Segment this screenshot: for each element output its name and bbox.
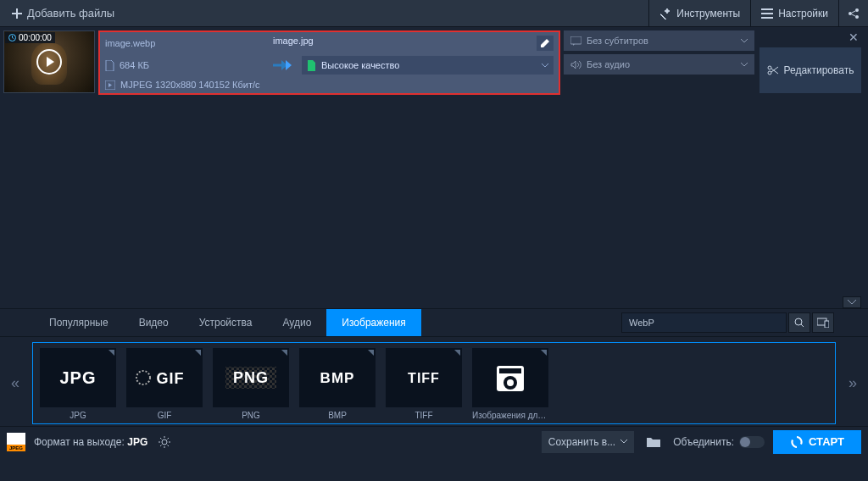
settings-button[interactable]: Настройки: [750, 0, 838, 27]
tools-button[interactable]: Инструменты: [648, 0, 750, 27]
arrow-icon: [273, 59, 295, 71]
svg-rect-5: [570, 36, 581, 44]
format-search-input[interactable]: [621, 312, 787, 333]
chevron-down-icon: [741, 39, 748, 43]
wand-icon: [659, 8, 671, 19]
output-format-icon: JPEG: [7, 433, 25, 451]
tile-label: GIF: [158, 411, 172, 420]
subtitle-dropdown[interactable]: Без субтитров: [564, 30, 754, 51]
duration-badge: 00:00:00: [5, 32, 55, 43]
topbar: Добавить файлы Инструменты Настройки: [0, 0, 868, 27]
duration-text: 00:00:00: [19, 33, 52, 42]
tiles-prev-button[interactable]: «: [5, 343, 25, 424]
format-panel: Популярные Видео Устройства Аудио Изобра…: [0, 308, 868, 426]
tile-label: JPG: [70, 411, 86, 420]
file-icon: [105, 60, 114, 71]
video-icon: [105, 80, 115, 90]
search-button[interactable]: [788, 312, 810, 333]
audio-icon: [570, 60, 581, 69]
audio-dropdown[interactable]: Без аудио: [564, 54, 754, 75]
quality-label: Высокое качество: [321, 60, 399, 70]
chevron-down-icon: [741, 63, 748, 67]
search-icon: [794, 318, 804, 328]
share-button[interactable]: [838, 0, 868, 27]
tab-devices[interactable]: Устройства: [184, 309, 268, 336]
pencil-icon: [540, 38, 550, 48]
format-tabs: Популярные Видео Устройства Аудио Изобра…: [0, 308, 868, 337]
clock-icon: [8, 34, 16, 41]
tab-images[interactable]: Изображения: [326, 309, 420, 336]
svg-point-2: [855, 15, 859, 19]
scissors-icon: [767, 64, 779, 76]
tile-label: Изображения для с...: [472, 411, 548, 420]
tab-audio[interactable]: Аудио: [267, 309, 326, 336]
audio-label: Без аудио: [587, 59, 630, 69]
add-files-label: Добавить файлы: [27, 7, 114, 19]
tab-video[interactable]: Видео: [124, 309, 184, 336]
play-button[interactable]: [36, 49, 62, 75]
start-button[interactable]: СТАРТ: [773, 430, 861, 454]
file-row: 00:00:00 image.webp image.jpg 684 КБ Выс…: [0, 27, 868, 98]
browse-folder-button[interactable]: [643, 431, 665, 453]
subtitle-label: Без субтитров: [587, 36, 648, 46]
share-icon: [848, 8, 860, 19]
chevron-down-icon: [848, 300, 856, 305]
file-size: 684 КБ: [105, 60, 266, 71]
file-icon: [307, 60, 316, 71]
svg-point-24: [517, 376, 520, 379]
camera-icon: [493, 361, 527, 395]
folder-icon: [647, 436, 660, 447]
convert-icon: [790, 435, 804, 449]
svg-point-7: [768, 71, 771, 75]
svg-text:BMP: BMP: [320, 370, 355, 386]
subtitle-icon: [570, 36, 581, 46]
format-tile-tiff[interactable]: TIFF: [386, 348, 462, 407]
file-thumbnail[interactable]: 00:00:00: [3, 30, 95, 93]
format-tile-bmp[interactable]: BMP: [299, 348, 376, 407]
panel-toggle[interactable]: [843, 296, 861, 308]
svg-point-8: [795, 318, 802, 325]
format-tile-png[interactable]: PNG: [213, 348, 289, 407]
save-to-label: Сохранить в...: [548, 436, 615, 448]
format-tile-social[interactable]: [472, 348, 548, 407]
format-tile-jpg[interactable]: JPG: [40, 348, 116, 407]
file-size-text: 684 КБ: [120, 60, 149, 70]
quality-dropdown[interactable]: Высокое качество: [302, 56, 554, 75]
rename-button[interactable]: [537, 36, 554, 51]
plus-icon: [12, 8, 22, 19]
save-to-dropdown[interactable]: Сохранить в...: [542, 431, 634, 453]
format-tile-gif[interactable]: GIF: [126, 348, 203, 407]
output-format-text: Формат на выходе: JPG: [34, 436, 147, 448]
file-side-options: Без субтитров Без аудио ✕ Редактировать: [564, 30, 865, 93]
svg-rect-10: [825, 321, 829, 328]
codec-info: MJPEG 1320x880 140152 Кбит/с: [105, 80, 554, 90]
file-info-highlighted: image.webp image.jpg 684 КБ Высокое каче…: [98, 30, 560, 95]
svg-text:TIFF: TIFF: [408, 371, 440, 385]
input-filename: image.webp: [105, 38, 266, 48]
tile-label: PNG: [242, 411, 260, 420]
svg-point-6: [768, 66, 771, 69]
svg-rect-21: [499, 368, 521, 373]
tab-popular[interactable]: Популярные: [34, 309, 124, 336]
format-settings-button[interactable]: [156, 434, 173, 451]
svg-point-1: [849, 12, 852, 15]
bottombar: JPEG Формат на выходе: JPG Сохранить в..…: [0, 426, 868, 456]
tile-label: BMP: [328, 411, 347, 420]
svg-text:PNG: PNG: [233, 369, 269, 386]
file-list-area: [0, 98, 868, 308]
codec-text: MJPEG 1320x880 140152 Кбит/с: [120, 80, 260, 90]
svg-text:JPG: JPG: [59, 368, 96, 387]
chevron-down-icon: [620, 440, 627, 444]
merge-switch[interactable]: [739, 436, 765, 448]
edit-button[interactable]: Редактировать: [760, 47, 861, 93]
start-label: СТАРТ: [809, 435, 844, 448]
remove-file-button[interactable]: ✕: [846, 30, 861, 44]
tile-label: TIFF: [415, 411, 432, 420]
tiles-next-button[interactable]: »: [843, 343, 863, 424]
add-files-button[interactable]: Добавить файлы: [0, 0, 126, 27]
svg-point-25: [162, 440, 167, 445]
output-filename: image.jpg: [273, 36, 537, 51]
merge-toggle: Объединить:: [673, 436, 765, 448]
svg-point-0: [855, 8, 859, 12]
open-folder-button[interactable]: [812, 312, 834, 333]
